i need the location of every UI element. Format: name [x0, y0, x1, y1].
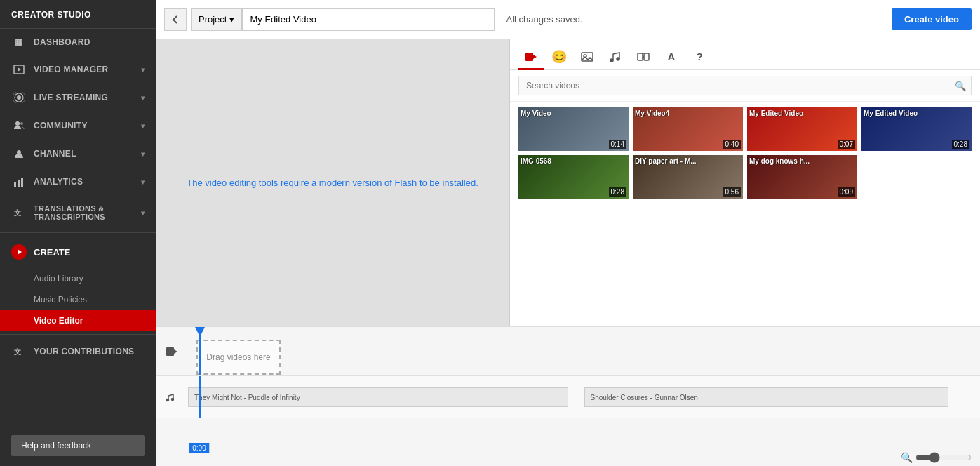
svg-point-18 — [610, 59, 613, 62]
svg-point-2 — [17, 95, 21, 100]
sidebar-sub-item-music-policies[interactable]: Music Policies — [0, 289, 156, 310]
audio-segment-2-end: 2:38 — [948, 392, 948, 403]
video-grid: My Video 0:14 My Video4 0:40 My Edited V… — [510, 102, 980, 326]
chevron-down-icon: ▾ — [141, 150, 145, 158]
tab-video[interactable] — [518, 45, 544, 70]
svg-rect-21 — [644, 53, 649, 60]
dropdown-arrow-icon: ▾ — [229, 14, 234, 25]
media-panel: 😊 A ? 🔍 — [510, 39, 980, 326]
video-thumb-v7[interactable]: My dog knows h... 0:09 — [747, 155, 857, 199]
sidebar-item-label: CHANNEL — [34, 149, 76, 159]
sidebar-item-community[interactable]: COMMUNITY ▾ — [0, 112, 156, 140]
svg-rect-14 — [525, 53, 533, 61]
contributions-icon: 文 — [11, 346, 27, 357]
drop-zone-text: Drag videos here — [206, 352, 270, 362]
search-wrapper: 🔍 — [518, 76, 972, 95]
save-status: All changes saved. — [506, 14, 891, 25]
playhead-line-audio — [199, 376, 201, 418]
zoom-slider[interactable] — [915, 452, 972, 463]
chevron-down-icon: ▾ — [141, 178, 145, 186]
chevron-down-icon: ▾ — [141, 66, 145, 74]
video-duration: 0:14 — [609, 140, 626, 149]
sidebar-item-label: LIVE STREAMING — [34, 93, 108, 102]
brand-title: CREATOR STUDIO — [0, 0, 156, 29]
svg-rect-9 — [18, 180, 20, 187]
sidebar-divider — [0, 232, 156, 233]
video-duration: 0:07 — [838, 140, 855, 149]
back-button[interactable] — [164, 8, 187, 31]
search-bar: 🔍 — [510, 70, 980, 102]
tab-emoji[interactable]: 😊 — [546, 45, 572, 70]
video-label: My Video4 — [635, 109, 669, 117]
preview-panel: The video editing tools require a modern… — [156, 39, 510, 326]
tab-music[interactable] — [603, 45, 628, 70]
video-thumb-v1[interactable]: My Video 0:14 — [518, 107, 629, 151]
sidebar-item-your-contributions[interactable]: 文 YOUR CONTRIBUTIONS — [0, 338, 156, 366]
chevron-down-icon: ▾ — [141, 209, 145, 217]
create-label: CREATE — [34, 247, 70, 258]
community-icon — [11, 120, 27, 131]
tab-help[interactable]: ? — [687, 45, 712, 70]
svg-text:文: 文 — [14, 348, 21, 356]
search-input[interactable] — [518, 76, 972, 95]
sidebar-item-label: ANALYTICS — [34, 177, 83, 187]
video-thumb-v5[interactable]: IMG 0568 0:28 — [518, 155, 629, 199]
sidebar-item-label: DASHBOARD — [34, 37, 90, 47]
svg-rect-20 — [638, 53, 643, 60]
tab-photo[interactable] — [575, 45, 600, 70]
sidebar-item-analytics[interactable]: ANALYTICS ▾ — [0, 168, 156, 196]
sidebar-divider-2 — [0, 334, 156, 335]
sidebar-item-dashboard[interactable]: ▦ DASHBOARD — [0, 29, 156, 55]
sidebar-item-translations[interactable]: 文 TRANSLATIONS & TRANSCRIPTIONS ▾ — [0, 196, 156, 229]
video-thumb-v2[interactable]: My Video4 0:40 — [633, 107, 743, 151]
tab-text[interactable]: A — [659, 45, 684, 70]
video-track-row: Drag videos here — [156, 327, 980, 376]
audio-segment-2-label: Shoulder Closures - Gunnar Olsen — [591, 394, 698, 401]
audio-track: They Might Not - Puddle of Infinity 2:40… — [188, 376, 980, 418]
svg-marker-15 — [533, 55, 537, 59]
sidebar-sub-item-audio-library[interactable]: Audio Library — [0, 268, 156, 289]
sidebar-sub-item-video-editor[interactable]: Video Editor — [0, 310, 156, 331]
drop-zone[interactable]: Drag videos here — [196, 340, 281, 375]
sidebar-item-live-streaming[interactable]: LIVE STREAMING ▾ — [0, 84, 156, 112]
sidebar-item-video-manager[interactable]: VIDEO MANAGER ▾ — [0, 55, 156, 84]
create-video-button[interactable]: Create video — [892, 8, 972, 30]
svg-point-25 — [167, 399, 169, 401]
editor-area: The video editing tools require a modern… — [156, 39, 980, 326]
search-icon: 🔍 — [955, 81, 966, 91]
project-title-input[interactable] — [242, 8, 495, 31]
sidebar-item-label: TRANSLATIONS & TRANSCRIPTIONS — [34, 204, 141, 221]
sidebar-item-label: YOUR CONTRIBUTIONS — [34, 347, 134, 357]
video-thumb-v6[interactable]: DIY paper art - M... 0:56 — [633, 155, 743, 199]
video-label: My Video — [521, 109, 551, 117]
zoom-out-icon: 🔍 — [901, 452, 913, 463]
video-track[interactable]: Drag videos here — [188, 327, 980, 375]
sidebar-item-label: VIDEO MANAGER — [34, 65, 109, 74]
sidebar-item-channel[interactable]: CHANNEL ▾ — [0, 140, 156, 168]
playhead-line — [199, 327, 201, 375]
video-label: My dog knows h... — [749, 157, 810, 165]
time-marker: 0:00 — [189, 443, 209, 453]
chevron-down-icon: ▾ — [141, 94, 145, 102]
create-icon — [11, 244, 27, 260]
audio-segment-1-label: They Might Not - Puddle of Infinity — [194, 394, 300, 401]
video-manager-icon — [11, 64, 27, 75]
video-thumb-v3[interactable]: My Edited Video 0:07 — [747, 107, 857, 151]
svg-point-5 — [15, 121, 20, 126]
audio-track-row: They Might Not - Puddle of Infinity 2:40… — [156, 376, 980, 418]
main-content: Project ▾ All changes saved. Create vide… — [156, 0, 980, 466]
video-thumb-v4[interactable]: My Edited Video 0:28 — [861, 107, 972, 151]
chevron-down-icon: ▾ — [141, 122, 145, 130]
svg-point-6 — [20, 122, 23, 125]
tab-transitions[interactable] — [631, 45, 656, 70]
sidebar: CREATOR STUDIO ▦ DASHBOARD VIDEO MANAGER… — [0, 0, 156, 466]
sidebar-item-create[interactable]: CREATE — [0, 236, 156, 268]
svg-text:文: 文 — [14, 209, 21, 217]
video-duration: 0:40 — [723, 140, 741, 149]
video-track-icon — [156, 345, 188, 358]
help-feedback-button[interactable]: Help and feedback — [11, 435, 145, 456]
project-dropdown[interactable]: Project ▾ — [191, 8, 242, 31]
svg-rect-23 — [166, 347, 174, 356]
svg-marker-12 — [18, 249, 22, 255]
sidebar-item-label: COMMUNITY — [34, 121, 88, 131]
